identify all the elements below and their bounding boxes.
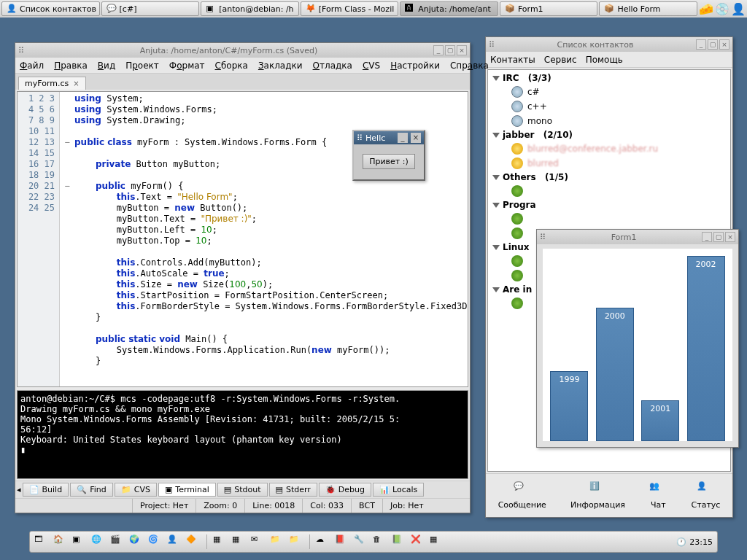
menu-file[interactable]: Файл [20, 61, 44, 71]
task-term[interactable]: ▣[anton@debian: /h [201, 1, 299, 16]
menu-cvs[interactable]: CVS [363, 61, 380, 71]
mail-icon[interactable]: ✉ [251, 534, 266, 549]
info-icon: ℹ️ [589, 481, 607, 499]
menu-contacts[interactable]: Контакты [490, 55, 535, 65]
app-icon[interactable]: ❌ [411, 534, 425, 549]
titlebar[interactable]: ⠿ Form1 _ ▢ × [537, 230, 738, 244]
minimize-button[interactable]: _ [398, 133, 408, 143]
chat-button[interactable]: 👥Чат [649, 481, 667, 510]
tab-find[interactable]: 🔍Find [70, 483, 113, 497]
menu-edit[interactable]: Правка [54, 61, 88, 71]
pager-icon[interactable]: ▦ [232, 534, 247, 549]
titlebar[interactable]: ⠿ Anjuta: /home/anton/C#/myForm.cs (Save… [15, 43, 470, 58]
app-icon[interactable]: 🌀 [148, 534, 163, 549]
menu-help[interactable]: Справка [450, 61, 489, 71]
group-others[interactable]: Others (1/5) [489, 171, 729, 184]
tabs-left-icon[interactable]: ◂ [17, 485, 21, 494]
bulb-icon [511, 143, 523, 155]
browser-icon[interactable]: 🌐 [91, 534, 106, 549]
terminal[interactable]: anton@debian:~/C#$ mcs -codepage:utf8 -r… [18, 391, 468, 478]
window-title: Anjuta: /home/anton/C#/myForm.cs (Saved) [24, 46, 433, 55]
contact-item[interactable]: blurred [489, 156, 729, 171]
file-tab[interactable]: myForm.cs× [18, 77, 86, 90]
maximize-button[interactable]: ▢ [445, 45, 455, 55]
hello-button[interactable]: Привет :) [363, 154, 415, 169]
titlebar[interactable]: ⠿ Hellc _ × [354, 131, 424, 144]
close-tab-icon[interactable]: × [73, 79, 79, 88]
message-button[interactable]: 💬Сообщение [498, 481, 546, 510]
tab-stdout[interactable]: ▤Stdout [217, 483, 268, 497]
tab-build[interactable]: 📄Build [23, 483, 69, 497]
group-progra[interactable]: Progra [489, 198, 729, 211]
group-jabber[interactable]: jabber (2/10) [489, 128, 729, 141]
close-button[interactable]: × [725, 232, 735, 242]
app-icon[interactable]: ☁ [316, 534, 330, 549]
app-icon[interactable]: 🔶 [186, 534, 201, 549]
contact-item[interactable] [489, 184, 729, 198]
app-icon[interactable]: 📕 [335, 534, 349, 549]
bulb-icon [511, 158, 523, 169]
contact-item[interactable]: mono [489, 114, 729, 128]
task-contacts[interactable]: 👤Список контактов [1, 1, 100, 16]
folder-icon[interactable]: 📁 [289, 534, 303, 549]
contact-item[interactable]: c# [489, 85, 729, 99]
maximize-button[interactable]: ▢ [713, 232, 724, 242]
flower-icon [511, 228, 523, 239]
terminal-icon[interactable]: ▣ [72, 534, 87, 549]
form-icon: 📦 [604, 4, 614, 14]
tab-terminal[interactable]: ▣Terminal [158, 483, 216, 497]
task-form1[interactable]: 📦Form1 [500, 1, 598, 16]
tray-icon[interactable]: 👤 [731, 2, 746, 16]
media-icon[interactable]: 🎬 [110, 534, 125, 549]
task-hello[interactable]: 📦Hello Form [599, 1, 697, 16]
terminal-panel: anton@debian:~/C#$ mcs -codepage:utf8 -r… [17, 390, 468, 479]
clock[interactable]: 🕐 23:15 [676, 537, 713, 547]
show-desktop-icon[interactable]: 🗔 [34, 534, 49, 549]
menu-debug[interactable]: Отладка [313, 61, 352, 71]
app-icon[interactable]: 🔧 [354, 534, 368, 549]
tab-debug[interactable]: 🐞Debug [319, 483, 371, 497]
group-irc[interactable]: IRC (3/3) [489, 71, 729, 85]
menu-settings[interactable]: Настройки [390, 61, 440, 71]
folder-icon[interactable]: 📁 [270, 534, 285, 549]
pager-icon[interactable]: ▦ [213, 534, 228, 549]
menu-bookmarks[interactable]: Закладки [258, 61, 303, 71]
task-irc[interactable]: 💬[c#] [101, 1, 200, 16]
status-job: Job: Нет [382, 499, 431, 513]
minimize-button[interactable]: _ [702, 232, 712, 242]
app-icon[interactable]: ▦ [430, 534, 444, 549]
maximize-button[interactable]: ▢ [708, 39, 718, 50]
status-button[interactable]: 👤Статус [692, 481, 721, 510]
contact-item[interactable] [489, 211, 729, 226]
expand-icon [492, 287, 500, 292]
contact-item[interactable]: blurred@conference.jabber.ru [489, 141, 729, 156]
tray-icon[interactable]: 🧀 [699, 2, 713, 16]
task-anjuta[interactable]: 🅰Anjuta: /home/ant [400, 1, 498, 16]
globe-icon[interactable]: 🌍 [129, 534, 144, 549]
contact-item[interactable]: c++ [489, 99, 729, 114]
close-button[interactable]: × [411, 133, 421, 143]
fold-column[interactable]: −− [63, 93, 71, 192]
person-icon[interactable]: 👤 [167, 534, 182, 549]
minimize-button[interactable]: _ [696, 39, 706, 50]
menu-project[interactable]: Проект [125, 61, 159, 71]
menu-service[interactable]: Сервис [544, 55, 577, 65]
home-icon[interactable]: 🏠 [53, 534, 68, 549]
menu-view[interactable]: Вид [98, 61, 115, 71]
app-icon[interactable]: 📗 [392, 534, 406, 549]
tab-cvs[interactable]: 📁CVS [115, 483, 157, 497]
close-button[interactable]: × [457, 45, 467, 55]
task-mozilla[interactable]: 🦊[Form Class - Mozil [301, 1, 399, 16]
tray-icon[interactable]: 💿 [715, 2, 729, 16]
tab-locals[interactable]: 📊Locals [373, 483, 424, 497]
close-button[interactable]: × [719, 39, 729, 50]
separator [206, 534, 207, 549]
trash-icon[interactable]: 🗑 [373, 534, 387, 549]
tab-stderr[interactable]: ▤Stderr [269, 483, 317, 497]
minimize-button[interactable]: _ [433, 45, 444, 55]
menu-help[interactable]: Помощь [586, 55, 623, 65]
menu-build[interactable]: Сборка [215, 61, 248, 71]
menu-format[interactable]: Формат [169, 61, 205, 71]
info-button[interactable]: ℹ️Информация [570, 481, 625, 510]
titlebar[interactable]: ⠿ Список контактов _ ▢ × [486, 37, 732, 52]
